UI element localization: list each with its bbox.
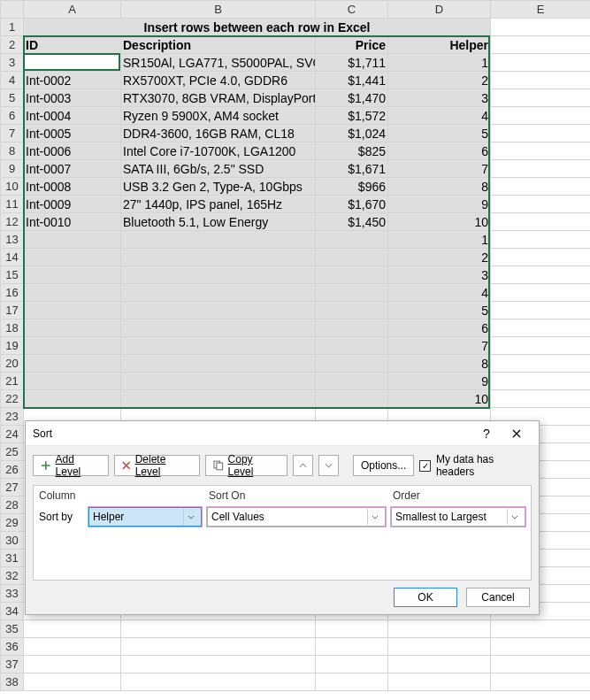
- cell[interactable]: [24, 231, 121, 249]
- move-up-button[interactable]: [293, 455, 313, 476]
- row-header[interactable]: 6: [1, 107, 24, 125]
- row-header[interactable]: 26: [1, 461, 24, 479]
- row-header[interactable]: 21: [1, 373, 24, 390]
- cell[interactable]: [491, 656, 591, 673]
- cell-helper[interactable]: 2: [388, 249, 491, 266]
- cell[interactable]: [491, 266, 591, 284]
- cell-description[interactable]: Bluetooth 5.1, Low Energy: [121, 213, 316, 231]
- add-level-button[interactable]: Add Level: [33, 455, 109, 476]
- cell[interactable]: [24, 638, 121, 656]
- cell-id[interactable]: Int-0008: [24, 178, 121, 196]
- cell-helper[interactable]: 4: [388, 284, 491, 302]
- row-header[interactable]: 31: [1, 550, 24, 567]
- cell-price[interactable]: $1,470: [316, 89, 388, 107]
- cell[interactable]: [316, 373, 388, 390]
- row-header[interactable]: 28: [1, 496, 24, 514]
- select-all-corner[interactable]: [1, 1, 24, 19]
- cell[interactable]: [121, 355, 316, 373]
- cell[interactable]: [491, 160, 591, 178]
- cell[interactable]: [491, 72, 591, 89]
- cell[interactable]: [121, 319, 316, 337]
- cell[interactable]: [316, 390, 388, 408]
- cell[interactable]: [121, 249, 316, 266]
- row-header[interactable]: 33: [1, 585, 24, 603]
- col-header-C[interactable]: C: [316, 1, 388, 19]
- dialog-titlebar[interactable]: Sort ?: [26, 421, 539, 446]
- cell-helper[interactable]: 5: [388, 302, 491, 319]
- col-header-A[interactable]: A: [24, 1, 121, 19]
- row-header[interactable]: 7: [1, 125, 24, 142]
- row-header[interactable]: 5: [1, 89, 24, 107]
- cell[interactable]: [491, 54, 591, 72]
- cell[interactable]: [491, 249, 591, 266]
- cell[interactable]: [491, 302, 591, 319]
- cell-description[interactable]: SATA III, 6Gb/s, 2.5" SSD: [121, 160, 316, 178]
- row-header[interactable]: 4: [1, 72, 24, 89]
- cell-price[interactable]: $1,671: [316, 160, 388, 178]
- row-header[interactable]: 11: [1, 196, 24, 213]
- cell-description[interactable]: Ryzen 9 5900X, AM4 socket: [121, 107, 316, 125]
- row-header[interactable]: 10: [1, 178, 24, 196]
- cell[interactable]: [24, 390, 121, 408]
- row-header[interactable]: 36: [1, 638, 24, 656]
- cell[interactable]: [121, 638, 316, 656]
- cell-id[interactable]: Int-0010: [24, 213, 121, 231]
- cell[interactable]: [491, 284, 591, 302]
- header-helper[interactable]: Helper: [388, 36, 491, 54]
- cell-description[interactable]: RTX3070, 8GB VRAM, DisplayPort: [121, 89, 316, 107]
- move-down-button[interactable]: [318, 455, 339, 476]
- cell-description[interactable]: 27" 1440p, IPS panel, 165Hz: [121, 196, 316, 213]
- sort-column-combo[interactable]: Helper: [88, 507, 202, 527]
- row-header[interactable]: 2: [1, 36, 24, 54]
- cell-price[interactable]: $1,670: [316, 196, 388, 213]
- cell[interactable]: [491, 373, 591, 390]
- cell[interactable]: [24, 620, 121, 638]
- cell-price[interactable]: $1,450: [316, 213, 388, 231]
- cell[interactable]: [316, 319, 388, 337]
- cell[interactable]: [491, 178, 591, 196]
- cell-helper[interactable]: 5: [388, 125, 491, 142]
- cell[interactable]: [316, 249, 388, 266]
- cell-price[interactable]: $825: [316, 142, 388, 160]
- cell-helper[interactable]: 10: [388, 390, 491, 408]
- cell-id[interactable]: Int-0003: [24, 89, 121, 107]
- cell[interactable]: [316, 337, 388, 355]
- col-header-B[interactable]: B: [121, 1, 316, 19]
- sort-on-combo[interactable]: Cell Values: [207, 507, 386, 527]
- cell[interactable]: [491, 620, 591, 638]
- cell-helper[interactable]: 6: [388, 319, 491, 337]
- cell-id[interactable]: Int-0005: [24, 125, 121, 142]
- cell-helper[interactable]: 3: [388, 266, 491, 284]
- row-header[interactable]: 13: [1, 231, 24, 249]
- cell[interactable]: [491, 107, 591, 125]
- cell[interactable]: [316, 284, 388, 302]
- row-header[interactable]: 17: [1, 302, 24, 319]
- dialog-close-button[interactable]: [502, 424, 532, 443]
- cell-helper[interactable]: 2: [388, 72, 491, 89]
- cell[interactable]: [316, 656, 388, 673]
- cell-price[interactable]: $1,572: [316, 107, 388, 125]
- row-header[interactable]: 19: [1, 337, 24, 355]
- row-header[interactable]: 18: [1, 319, 24, 337]
- cell[interactable]: [24, 266, 121, 284]
- cell[interactable]: [491, 337, 591, 355]
- cell[interactable]: [24, 249, 121, 266]
- col-header-E[interactable]: E: [491, 1, 591, 19]
- cell-price[interactable]: $1,024: [316, 125, 388, 142]
- cell-id[interactable]: Int-0002: [24, 72, 121, 89]
- cell-description[interactable]: DDR4-3600, 16GB RAM, CL18: [121, 125, 316, 142]
- cell[interactable]: [121, 656, 316, 673]
- header-price[interactable]: Price: [316, 36, 388, 54]
- row-header[interactable]: 22: [1, 390, 24, 408]
- cell-helper[interactable]: 3: [388, 89, 491, 107]
- row-header[interactable]: 25: [1, 443, 24, 461]
- headers-checkbox[interactable]: ✓ My data has headers: [419, 453, 532, 478]
- cell-price[interactable]: $966: [316, 178, 388, 196]
- cell[interactable]: [316, 231, 388, 249]
- cell[interactable]: [24, 673, 121, 691]
- cell-helper[interactable]: 8: [388, 178, 491, 196]
- row-header[interactable]: 37: [1, 656, 24, 673]
- row-header[interactable]: 35: [1, 620, 24, 638]
- cell-helper[interactable]: 1: [388, 54, 491, 72]
- sort-order-combo[interactable]: Smallest to Largest: [391, 507, 525, 527]
